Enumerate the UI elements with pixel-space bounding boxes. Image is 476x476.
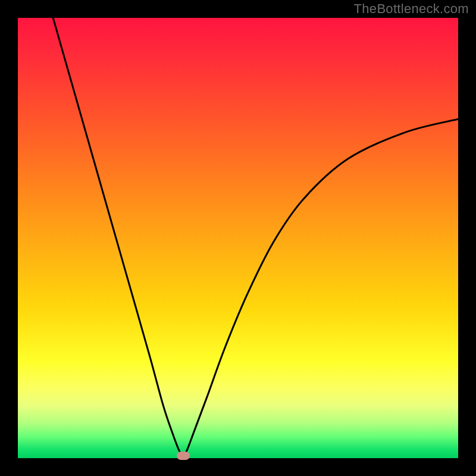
attribution-text: TheBottleneck.com [354, 1, 469, 17]
bottleneck-curve [53, 18, 458, 455]
curve-layer [18, 18, 458, 458]
plot-area [18, 18, 458, 458]
optimal-point-marker [177, 452, 190, 460]
chart-frame: TheBottleneck.com [0, 0, 476, 476]
